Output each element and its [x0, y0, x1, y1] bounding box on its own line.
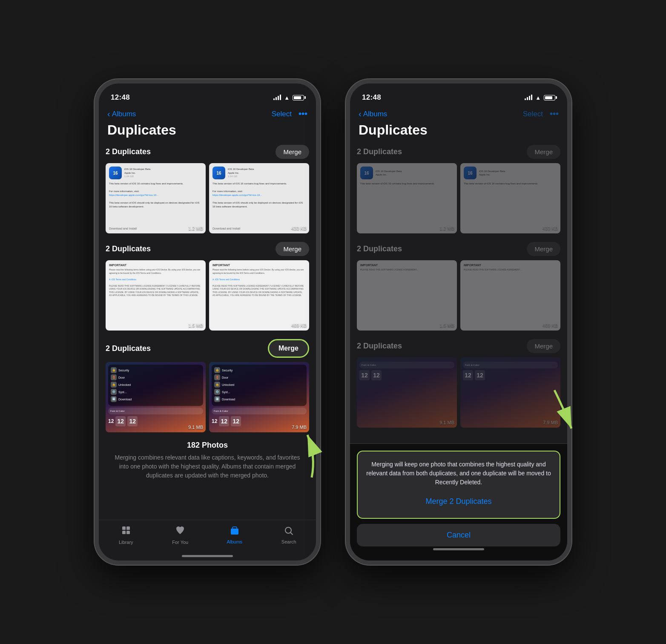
signal-icon [273, 95, 281, 100]
photos-count: 182 Photos [106, 441, 309, 450]
dup-img-1b[interactable]: 16 iOS 16 Developer BetaApple Inc.1.04 G… [209, 163, 309, 233]
albums-icon [230, 526, 240, 538]
dup-group-2-header: 2 Duplicates Merge [106, 242, 309, 256]
merge-button-2[interactable]: Merge [276, 242, 309, 256]
img-size-1b: 433 KB [291, 226, 307, 231]
settings-image-3a: 🔒 Security 🚪 Door 🔓 U [106, 362, 206, 432]
battery-icon [293, 95, 304, 101]
dup-group-3-title: 2 Duplicates [106, 344, 151, 353]
dup-group-2-title: 2 Duplicates [106, 244, 151, 253]
dup-img-2a[interactable]: IMPORTANT Please read the following term… [106, 260, 206, 331]
merge-btn-r1[interactable]: Merge [527, 145, 560, 159]
dup-img-3b[interactable]: 🔒 Security 🚪 Door 🔓 U [209, 362, 309, 432]
nav-bar-right: ‹ Albums Select ••• [350, 106, 567, 122]
tab-albums[interactable]: Albums [207, 526, 262, 544]
license-image-2a: IMPORTANT Please read the following term… [106, 260, 206, 331]
chevron-left-icon-right: ‹ [359, 109, 362, 119]
img-size-2b: 469 KB [291, 323, 307, 328]
duplicate-group-2: 2 Duplicates Merge IMPORTANT Please read… [106, 242, 309, 331]
duplicate-group-r2: 2 Duplicates Merge IMPORTANT PLEASE READ… [357, 242, 560, 331]
merge-confirm-button[interactable]: Merge 2 Duplicates [365, 494, 553, 509]
select-button-right[interactable]: Select [523, 110, 543, 118]
albums-tab-label: Albums [227, 539, 242, 544]
left-phone: 12:48 ▲ ‹ Al [95, 79, 320, 565]
dup-group-1-header: 2 Duplicates Merge [106, 145, 309, 159]
home-indicator-right [433, 548, 484, 550]
search-icon [284, 526, 294, 538]
svg-rect-1 [126, 526, 130, 530]
status-icons: ▲ [273, 95, 304, 101]
home-indicator [182, 555, 233, 557]
page-title-right: Duplicates [350, 122, 567, 145]
chevron-left-icon: ‹ [107, 109, 110, 119]
status-time-right: 12:48 [362, 93, 381, 102]
notch-right [425, 83, 493, 98]
right-phone-screen: 12:48 ▲ ‹ Al [350, 83, 567, 561]
svg-rect-0 [122, 526, 126, 530]
ios-badge-2: 16 [212, 167, 225, 179]
tab-for-you[interactable]: For You [153, 525, 208, 545]
svg-rect-3 [126, 531, 130, 534]
img-size-3a: 9.1 MB [188, 425, 203, 430]
img-size-3b: 7.9 MB [292, 425, 307, 430]
dup-group-1-title: 2 Duplicates [106, 147, 151, 156]
settings-image-3b: 🔒 Security 🚪 Door 🔓 U [209, 362, 309, 432]
dialog-description: Merging will keep one photo that combine… [365, 460, 553, 487]
more-button-right[interactable]: ••• [550, 109, 559, 119]
ios-badge: 16 [109, 167, 122, 179]
dup-img-2b[interactable]: IMPORTANT Please read the following term… [209, 260, 309, 331]
tab-bar: Library For You Albums [99, 520, 316, 553]
left-phone-screen: 12:48 ▲ ‹ Al [99, 83, 316, 561]
wifi-icon: ▲ [284, 95, 290, 101]
notch [173, 83, 241, 98]
back-label-right: Albums [363, 110, 388, 118]
dup-img-1a[interactable]: 16 iOS 16 Developer BetaApple Inc.1.04 G… [106, 163, 206, 233]
license-image-2b: IMPORTANT Please read the following term… [209, 260, 309, 331]
update-text: iOS 16 Developer BetaApple Inc.1.04 GB [124, 167, 202, 178]
cancel-button[interactable]: Cancel [357, 524, 560, 546]
left-phone-frame: 12:48 ▲ ‹ Al [95, 79, 320, 565]
merge-button-1[interactable]: Merge [276, 145, 309, 159]
nav-actions: Select ••• [272, 109, 307, 119]
tab-library[interactable]: Library [99, 525, 153, 545]
signal-icon-right [525, 95, 532, 100]
back-label: Albums [112, 110, 136, 118]
right-phone: 12:48 ▲ ‹ Al [346, 79, 571, 565]
right-phone-frame: 12:48 ▲ ‹ Al [346, 79, 571, 565]
foryou-tab-label: For You [172, 540, 188, 545]
merge-btn-r3[interactable]: Merge [527, 339, 560, 353]
dup-group-2-images: IMPORTANT Please read the following term… [106, 260, 309, 331]
merge-btn-r2[interactable]: Merge [527, 242, 560, 256]
duplicate-group-r3: 2 Duplicates Merge Font & Color 12 12 [357, 339, 560, 428]
photos-description: Merging combines relevant data like capt… [106, 453, 309, 480]
img-size-2a: 1.5 MB [188, 323, 203, 328]
status-icons-right: ▲ [525, 95, 555, 101]
more-button[interactable]: ••• [299, 109, 307, 119]
merge-button-3[interactable]: Merge [268, 339, 309, 358]
back-button[interactable]: ‹ Albums [107, 109, 136, 119]
dup-img-3a[interactable]: 🔒 Security 🚪 Door 🔓 U [106, 362, 206, 432]
wifi-icon-right: ▲ [535, 95, 541, 101]
dialog-overlay: Merging will keep one photo that combine… [350, 443, 567, 561]
library-icon [121, 525, 131, 538]
dup-group-1-images: 16 iOS 16 Developer BetaApple Inc.1.04 G… [106, 163, 309, 233]
nav-actions-right: Select ••• [523, 109, 559, 119]
tab-search[interactable]: Search [262, 526, 316, 544]
back-button-right[interactable]: ‹ Albums [359, 109, 387, 119]
status-time: 12:48 [111, 93, 130, 102]
nav-bar: ‹ Albums Select ••• [99, 106, 316, 122]
foryou-icon [175, 525, 185, 538]
select-button[interactable]: Select [272, 110, 292, 118]
duplicate-group-1: 2 Duplicates Merge 16 iOS 16 Developer B… [106, 145, 309, 233]
search-tab-label: Search [281, 539, 296, 544]
page-title: Duplicates [99, 122, 316, 145]
update-image-1a: 16 iOS 16 Developer BetaApple Inc.1.04 G… [106, 163, 206, 233]
update-text-2: iOS 16 Developer BetaApple Inc.1.04 GB [228, 167, 306, 178]
merge-dialog: Merging will keep one photo that combine… [357, 451, 560, 519]
update-image-1b: 16 iOS 16 Developer BetaApple Inc.1.04 G… [209, 163, 309, 233]
dup-group-3-images: 🔒 Security 🚪 Door 🔓 U [106, 362, 309, 432]
battery-icon-right [544, 95, 555, 101]
library-tab-label: Library [119, 540, 133, 545]
dup-group-3-header: 2 Duplicates Merge [106, 339, 309, 358]
duplicate-group-r1: 2 Duplicates Merge 16 iOS 16 Developer B… [357, 145, 560, 233]
